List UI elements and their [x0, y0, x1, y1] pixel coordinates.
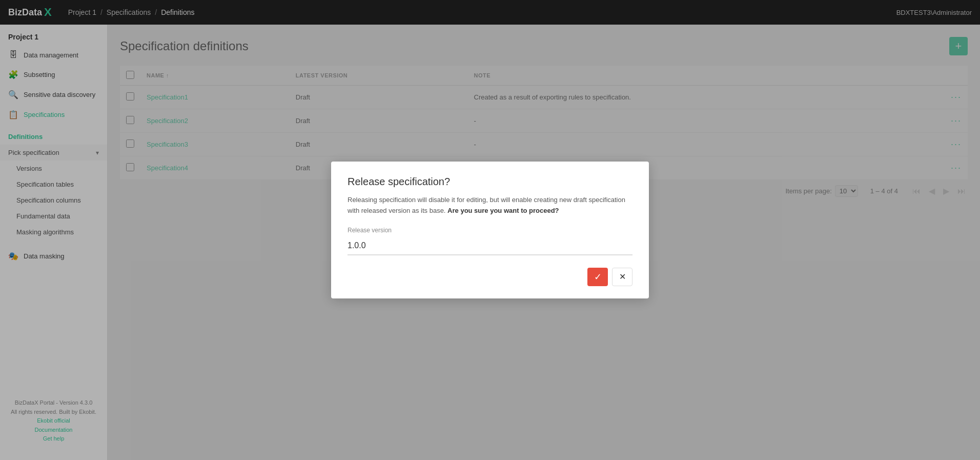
modal-overlay: Release specification? Releasing specifi…: [0, 0, 980, 460]
modal-cancel-button[interactable]: ✕: [612, 268, 632, 286]
modal-body: Releasing specification will disable it …: [348, 195, 632, 216]
release-version-input[interactable]: [348, 237, 632, 255]
modal-field-label: Release version: [348, 227, 632, 234]
modal-title: Release specification?: [348, 176, 632, 188]
modal-confirm-button[interactable]: ✓: [587, 268, 608, 286]
release-specification-modal: Release specification? Releasing specifi…: [331, 162, 649, 298]
modal-body-bold: Are you sure you want to proceed?: [447, 207, 559, 214]
modal-actions: ✓ ✕: [348, 268, 632, 286]
